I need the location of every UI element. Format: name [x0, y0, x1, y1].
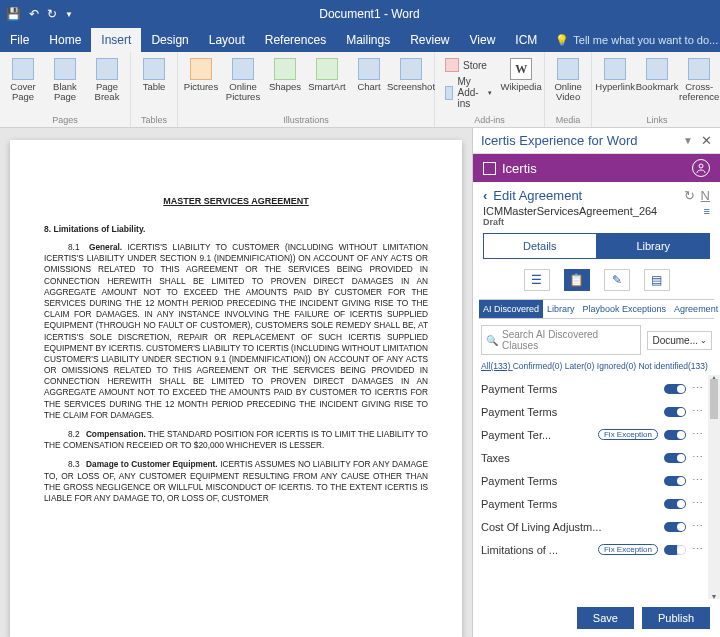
tab-review[interactable]: Review [400, 28, 459, 52]
tab-home[interactable]: Home [39, 28, 91, 52]
history-icon[interactable]: ↻ [684, 188, 695, 203]
list-item[interactable]: Payment Terms⋯ [481, 469, 718, 492]
seg-library[interactable]: Library [597, 233, 711, 259]
blank-page-button[interactable]: Blank Page [46, 54, 84, 113]
view-doc-icon[interactable]: ▤ [644, 269, 670, 291]
tab-view[interactable]: View [460, 28, 506, 52]
cover-page-button[interactable]: Cover Page [4, 54, 42, 113]
online-video-button[interactable]: Online Video [549, 54, 587, 113]
ribbon: Cover Page Blank Page Page Break Pages T… [0, 52, 720, 128]
publish-button[interactable]: Publish [642, 607, 710, 629]
list-item[interactable]: Taxes⋯ [481, 446, 718, 469]
para-8-1: 8.1 General. ICERTIS'S LIABILITY TO CUST… [44, 242, 428, 421]
scroll-down-icon[interactable]: ▾ [708, 592, 720, 599]
page-break-button[interactable]: Page Break [88, 54, 126, 113]
tab-icm[interactable]: ICM [505, 28, 547, 52]
more-icon[interactable]: ⋯ [692, 474, 704, 487]
list-item[interactable]: Payment Terms⋯ [481, 377, 718, 400]
toggle[interactable] [664, 384, 686, 394]
toggle[interactable] [664, 499, 686, 509]
subtab-library[interactable]: Library [543, 300, 579, 318]
store-button[interactable]: Store [443, 57, 494, 73]
wikipedia-button[interactable]: WWikipedia [502, 54, 540, 113]
tab-mailings[interactable]: Mailings [336, 28, 400, 52]
list-item[interactable]: Payment Ter...Fix Exception⋯ [481, 423, 718, 446]
filter-ignored[interactable]: Ignored(0) [597, 361, 639, 371]
tab-insert[interactable]: Insert [91, 28, 141, 52]
close-icon[interactable]: ✕ [701, 133, 712, 148]
shapes-button[interactable]: Shapes [266, 54, 304, 113]
more-icon[interactable]: ⋯ [692, 428, 704, 441]
my-addins-button[interactable]: My Add-ins▾ [443, 75, 494, 110]
fix-exception-badge[interactable]: Fix Exception [598, 429, 658, 440]
task-pane: Icertis Experience for Word ▼ ✕ Icertis … [472, 128, 720, 637]
qat-dropdown-icon[interactable]: ▼ [65, 10, 73, 19]
tab-references[interactable]: References [255, 28, 336, 52]
doc-title: MASTER SERVICES AGREEMENT [44, 196, 428, 206]
document-area[interactable]: MASTER SERVICES AGREEMENT 8. Limitations… [0, 128, 472, 637]
user-avatar-icon[interactable] [692, 159, 710, 177]
clause-list: Payment Terms⋯ Payment Terms⋯ Payment Te… [473, 375, 720, 599]
subtab-playbook[interactable]: Playbook Exceptions [579, 300, 671, 318]
breadcrumb[interactable]: Edit Agreement [493, 188, 582, 203]
svg-point-0 [699, 164, 703, 168]
hyperlink-button[interactable]: Hyperlink [596, 54, 634, 113]
subtab-agreement[interactable]: Agreement [670, 300, 720, 318]
view-list-icon[interactable]: ☰ [524, 269, 550, 291]
cross-reference-button[interactable]: Cross-reference [680, 54, 718, 113]
save-icon[interactable]: 💾 [6, 7, 21, 21]
para-8-3: 8.3 Damage to Customer Equipment. ICERTI… [44, 459, 428, 504]
group-links: Hyperlink Bookmark Cross-reference Links [592, 52, 720, 127]
chart-button[interactable]: Chart [350, 54, 388, 113]
more-icon[interactable]: ⋯ [692, 405, 704, 418]
toggle[interactable] [664, 407, 686, 417]
redo-icon[interactable]: ↻ [47, 7, 57, 21]
brand-name: Icertis [502, 161, 537, 176]
tab-design[interactable]: Design [141, 28, 198, 52]
list-item[interactable]: Limitations of ...Fix Exception⋯ [481, 538, 718, 561]
list-item[interactable]: Cost Of Living Adjustm...⋯ [481, 515, 718, 538]
toggle[interactable] [664, 476, 686, 486]
more-icon[interactable]: ⋯ [692, 451, 704, 464]
settings-icon[interactable]: N [701, 188, 710, 203]
toggle[interactable] [664, 545, 686, 555]
tell-me-search[interactable]: 💡 Tell me what you want to do... [555, 34, 718, 47]
save-button[interactable]: Save [577, 607, 634, 629]
scope-select[interactable]: Docume...⌄ [647, 331, 712, 350]
undo-icon[interactable]: ↶ [29, 7, 39, 21]
filter-notid[interactable]: Not identified(133) [638, 361, 707, 371]
table-button[interactable]: Table [135, 54, 173, 113]
smartart-button[interactable]: SmartArt [308, 54, 346, 113]
document-page[interactable]: MASTER SERVICES AGREEMENT 8. Limitations… [10, 140, 462, 637]
filter-confirmed[interactable]: Confirmed(0) [513, 361, 565, 371]
view-edit-icon[interactable]: ✎ [604, 269, 630, 291]
view-clipboard-icon[interactable]: 📋 [564, 269, 590, 291]
filter-later[interactable]: Later(0) [565, 361, 597, 371]
screenshot-button[interactable]: Screenshot [392, 54, 430, 113]
more-icon[interactable]: ⋯ [692, 543, 704, 556]
list-item[interactable]: Payment Terms⋯ [481, 400, 718, 423]
more-icon[interactable]: ⋯ [692, 497, 704, 510]
subtab-ai[interactable]: AI Discovered [479, 300, 543, 318]
back-icon[interactable]: ‹ [483, 188, 487, 203]
expand-icon[interactable]: ≡ [704, 205, 710, 217]
fix-exception-badge[interactable]: Fix Exception [598, 544, 658, 555]
search-icon: 🔍 [486, 335, 498, 346]
search-input[interactable]: 🔍Search AI Discovered Clauses [481, 325, 641, 355]
tab-file[interactable]: File [0, 28, 39, 52]
more-icon[interactable]: ⋯ [692, 382, 704, 395]
tab-layout[interactable]: Layout [199, 28, 255, 52]
scrollbar[interactable]: ▴▾ [708, 375, 720, 599]
pane-menu-icon[interactable]: ▼ [683, 135, 693, 146]
bookmark-button[interactable]: Bookmark [638, 54, 676, 113]
online-pictures-button[interactable]: Online Pictures [224, 54, 262, 113]
filter-all[interactable]: All(133) [481, 361, 513, 371]
toggle[interactable] [664, 453, 686, 463]
more-icon[interactable]: ⋯ [692, 520, 704, 533]
toggle[interactable] [664, 430, 686, 440]
pictures-button[interactable]: Pictures [182, 54, 220, 113]
seg-details[interactable]: Details [483, 233, 597, 259]
scroll-thumb[interactable] [710, 379, 718, 419]
toggle[interactable] [664, 522, 686, 532]
list-item[interactable]: Payment Terms⋯ [481, 492, 718, 515]
